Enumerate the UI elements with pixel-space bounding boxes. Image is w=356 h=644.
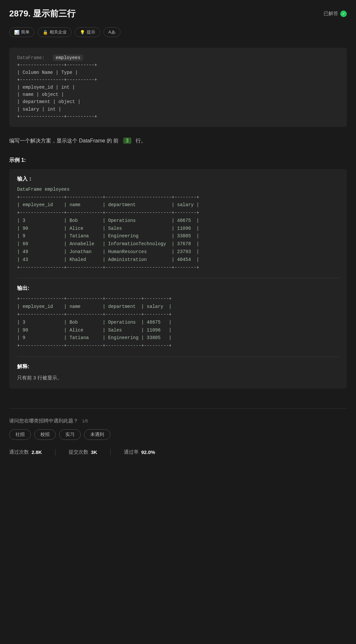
tag-difficulty[interactable]: 📊 简单 <box>9 27 34 37</box>
tag-not-encountered[interactable]: 未遇到 <box>84 429 110 440</box>
stat-submit-count-label: 提交次数 <box>69 449 88 455</box>
example-box: 输入： DataFrame employees +---------------… <box>9 169 347 389</box>
tag-hint[interactable]: 💡 提示 <box>75 27 100 37</box>
desc-before: 编写一个解决方案，显示这个 DataFrame 的 前 <box>9 138 119 143</box>
stat-pass-count-label: 通过次数 <box>9 449 29 455</box>
footer-question-row: 请问您在哪类招聘中遇到此题？ 1/5 <box>9 418 347 424</box>
input-sep-top: +----------------+-------------+--------… <box>17 194 339 202</box>
schema-box: DataFrame: employees +----------------+-… <box>9 48 347 127</box>
output-label: 输出: <box>17 285 339 292</box>
schema-row-3: | department | object | <box>17 98 339 105</box>
description: 编写一个解决方案，显示这个 DataFrame 的 前 3 行。 <box>9 136 347 145</box>
stat-submit-count: 提交次数 3K <box>69 449 97 456</box>
page-title: 2879. 显示前三行 <box>9 8 76 19</box>
solved-label: 已解答 <box>323 11 338 17</box>
input-row-2: | 90 | Alice | Sales | 11096 | <box>17 225 339 233</box>
stat-pass-rate-value: 92.0% <box>141 449 155 455</box>
desc-after: 行。 <box>136 138 146 143</box>
tag-campus-recruit[interactable]: 校招 <box>34 429 56 440</box>
chart-icon: 📊 <box>14 30 19 35</box>
schema-sep-top: +----------------+----------+ <box>17 61 339 69</box>
output-sep-bot: +----------------+-------------+--------… <box>17 342 339 350</box>
divider <box>17 278 339 278</box>
tag-company-label: 相关企业 <box>50 29 67 35</box>
input-header: | employee_id | name | department | sala… <box>17 201 339 209</box>
tag-bar: 📊 简单 🔒 相关企业 💡 提示 Aあ <box>9 27 347 37</box>
example-label: 示例 1: <box>9 157 347 164</box>
stat-submit-count-value: 3K <box>91 449 97 455</box>
tag-lang-label: Aあ <box>108 29 116 35</box>
tag-intern[interactable]: 实习 <box>59 429 81 440</box>
schema-sep-bot: +----------------+----------+ <box>17 113 339 120</box>
output-sep-top: +----------------+-------------+--------… <box>17 295 339 303</box>
divider2 <box>17 356 339 357</box>
tag-hint-label: 提示 <box>87 29 95 35</box>
schema-row-4: | salary | int | <box>17 106 339 113</box>
input-row-3: | 9 | Tatiana | Engineering | 33805 | <box>17 232 339 240</box>
schema-header: | Column Name | Type | <box>17 69 339 76</box>
output-sep-mid: +----------------+-------------+--------… <box>17 311 339 319</box>
output-row-3: | 9 | Tatiana | Engineering | 33805 | <box>17 334 339 342</box>
tag-difficulty-label: 简单 <box>21 29 30 35</box>
desc-highlight: 3 <box>123 138 131 144</box>
stat-pass-count: 通过次数 2.8K <box>9 449 42 456</box>
example-section: 示例 1: 输入： DataFrame employees +---------… <box>9 157 347 389</box>
explanation-label: 解释: <box>17 363 339 370</box>
schema-row-2: | name | object | <box>17 91 339 98</box>
footer-pagination: 1/5 <box>82 419 88 423</box>
stat-pass-rate-label: 通过率 <box>124 449 139 455</box>
input-sep-mid: +----------------+-------------+--------… <box>17 209 339 217</box>
input-subtitle: DataFrame employees <box>17 186 339 194</box>
schema-df-name: employees <box>53 54 83 61</box>
input-row-4: | 60 | Annabelle | InformationTechnology… <box>17 240 339 248</box>
output-row-1: | 3 | Bob | Operations | 48675 | <box>17 319 339 327</box>
input-label: 输入： <box>17 176 339 182</box>
solved-icon: ✓ <box>340 11 347 17</box>
input-sep-bot: +----------------+-------------+--------… <box>17 264 339 272</box>
stats-row: 通过次数 2.8K 提交次数 3K 通过率 92.0% <box>9 449 347 456</box>
stat-pass-rate: 通过率 92.0% <box>124 449 155 456</box>
schema-df-label: DataFrame: <box>17 55 45 60</box>
explanation-text: 只有前 3 行被显示。 <box>17 374 339 382</box>
schema-sep-mid: +----------------+----------+ <box>17 76 339 83</box>
input-row-1: | 3 | Bob | Operations | 48675 | <box>17 217 339 225</box>
recruitment-tags: 社招 校招 实习 未遇到 <box>9 429 347 440</box>
footer: 请问您在哪类招聘中遇到此题？ 1/5 社招 校招 实习 未遇到 通过次数 2.8… <box>9 408 347 456</box>
output-row-2: | 90 | Alice | Sales | 11096 | <box>17 327 339 334</box>
schema-df-line: DataFrame: employees <box>17 54 339 61</box>
input-row-5: | 49 | Jonathan | HumanResources | 23793… <box>17 248 339 256</box>
page-header: 2879. 显示前三行 已解答 ✓ <box>9 8 347 19</box>
schema-row-1: | employee_id | int | <box>17 84 339 91</box>
stat-pass-count-value: 2.8K <box>32 449 42 455</box>
tag-social-recruit[interactable]: 社招 <box>9 429 31 440</box>
tag-lang[interactable]: Aあ <box>103 27 121 37</box>
bulb-icon: 💡 <box>80 30 85 35</box>
tag-company[interactable]: 🔒 相关企业 <box>38 27 72 37</box>
lock-icon: 🔒 <box>43 30 48 35</box>
input-row-6: | 43 | Khaled | Administration | 40454 | <box>17 256 339 264</box>
stat-divider-2 <box>110 449 111 456</box>
stat-divider-1 <box>55 449 56 456</box>
output-header: | employee_id | name | department | sala… <box>17 303 339 311</box>
footer-question-text: 请问您在哪类招聘中遇到此题？ <box>9 418 78 424</box>
solved-badge: 已解答 ✓ <box>323 11 347 17</box>
